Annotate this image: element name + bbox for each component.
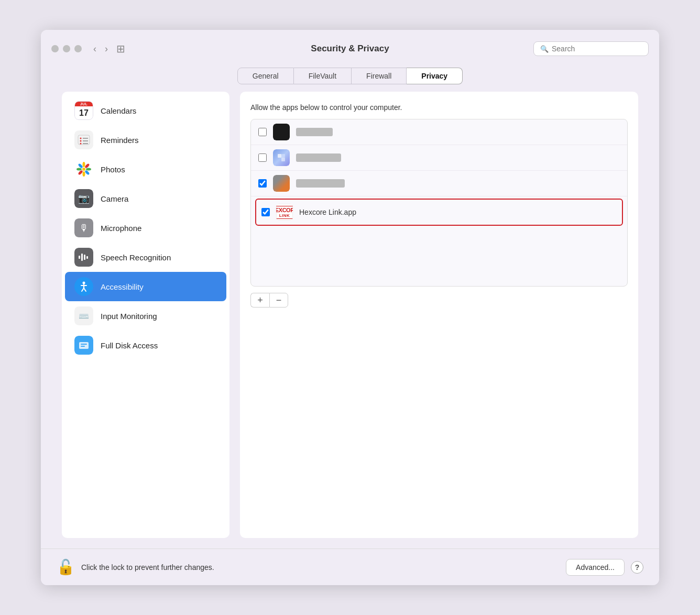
calendar-icon: JUL 17 [74, 101, 93, 120]
app-icon-2 [273, 149, 290, 166]
svg-point-1 [80, 138, 82, 139]
advanced-button[interactable]: Advanced... [566, 559, 625, 576]
app-checkbox-2[interactable] [258, 153, 267, 162]
back-button[interactable]: ‹ [90, 42, 100, 56]
input-monitoring-icon: ⌨️ [74, 306, 93, 325]
apps-list-container: HEXCORELINK Hexcore Link.app [250, 119, 628, 287]
lock-area[interactable]: 🔓 Click the lock to prevent further chan… [57, 558, 214, 576]
sidebar-item-microphone[interactable]: 🎙 Microphone [65, 213, 226, 243]
lock-icon: 🔓 [57, 558, 75, 576]
app-row-hexcore: HEXCORELINK Hexcore Link.app [255, 199, 623, 226]
tab-firewall[interactable]: Firewall [352, 68, 407, 84]
camera-icon: 📷 [74, 189, 93, 208]
svg-rect-28 [278, 154, 281, 158]
svg-point-8 [83, 162, 85, 167]
svg-point-14 [76, 168, 82, 171]
sidebar-item-calendars[interactable]: JUL 17 Calendars [65, 96, 226, 125]
hexcore-app-name: Hexcore Link.app [299, 208, 356, 216]
sidebar-item-full-disk-access[interactable]: Full Disk Access [65, 331, 226, 360]
svg-point-9 [84, 163, 90, 169]
right-panel: Allow the apps below to control your com… [240, 92, 638, 538]
sidebar-item-label: Microphone [101, 224, 141, 233]
svg-rect-18 [84, 255, 85, 260]
remove-app-button[interactable]: − [269, 293, 288, 308]
grid-button[interactable]: ⊞ [116, 42, 125, 55]
sidebar-item-input-monitoring[interactable]: ⌨️ Input Monitoring [65, 301, 226, 331]
app-name-blurred-3 [296, 179, 345, 188]
app-row [251, 119, 627, 145]
svg-rect-27 [81, 346, 85, 347]
app-row [251, 171, 627, 196]
svg-rect-16 [79, 256, 80, 259]
sidebar-item-label: Full Disk Access [101, 341, 158, 350]
svg-point-3 [80, 140, 82, 142]
app-checkbox-hexcore[interactable] [261, 208, 270, 216]
lock-text: Click the lock to prevent further change… [81, 563, 214, 572]
svg-point-5 [80, 143, 82, 145]
svg-rect-26 [81, 344, 87, 345]
sidebar-item-photos[interactable]: Photos [65, 155, 226, 184]
sidebar: JUL 17 Calendars [62, 92, 229, 538]
sidebar-item-label: Accessibility [101, 282, 144, 291]
sidebar-item-label: Camera [101, 194, 128, 203]
svg-point-11 [84, 170, 90, 175]
footer-right: Advanced... ? [566, 559, 643, 576]
reminders-icon [74, 130, 93, 149]
app-checkbox-1[interactable] [258, 128, 267, 136]
app-icon-1 [273, 124, 290, 140]
svg-line-24 [84, 288, 86, 291]
app-checkbox-3[interactable] [258, 179, 267, 188]
add-remove-bar: + − [250, 293, 628, 308]
photos-icon [74, 160, 93, 179]
minimize-button[interactable] [63, 45, 70, 52]
help-button[interactable]: ? [631, 561, 643, 574]
sidebar-item-label: Speech Recognition [101, 253, 171, 262]
app-row [251, 145, 627, 171]
search-bar[interactable]: 🔍 [533, 41, 649, 56]
app-icon-hexcore: HEXCORELINK [276, 204, 293, 221]
svg-point-10 [86, 168, 91, 171]
speech-icon [74, 248, 93, 267]
sidebar-item-label: Reminders [101, 136, 139, 145]
panel-description: Allow the apps below to control your com… [250, 103, 628, 112]
sidebar-item-accessibility[interactable]: Accessibility [65, 272, 226, 301]
close-button[interactable] [51, 45, 59, 52]
tab-filevault[interactable]: FileVault [294, 68, 352, 84]
main-window: ‹ › ⊞ Security & Privacy 🔍 General FileV… [41, 30, 659, 585]
microphone-icon: 🎙 [74, 218, 93, 237]
svg-point-7 [82, 168, 85, 171]
nav-buttons: ‹ › [90, 42, 111, 56]
maximize-button[interactable] [74, 45, 82, 52]
tabs-row: General FileVault Firewall Privacy [41, 68, 659, 92]
sidebar-item-label: Photos [101, 165, 125, 174]
svg-point-20 [83, 282, 85, 284]
titlebar: ‹ › ⊞ Security & Privacy 🔍 [41, 30, 659, 68]
search-input[interactable] [552, 45, 642, 53]
forward-button[interactable]: › [102, 42, 111, 56]
apps-list: HEXCORELINK Hexcore Link.app [251, 119, 627, 286]
svg-point-13 [78, 170, 83, 175]
sidebar-item-label: Calendars [101, 106, 136, 115]
sidebar-item-camera[interactable]: 📷 Camera [65, 184, 226, 213]
app-name-blurred-2 [296, 153, 341, 162]
svg-point-12 [83, 171, 85, 177]
window-controls [51, 45, 82, 52]
main-content: JUL 17 Calendars [41, 92, 659, 548]
accessibility-icon [74, 277, 93, 296]
svg-point-15 [78, 163, 83, 169]
app-name-blurred-1 [296, 128, 333, 136]
svg-rect-25 [79, 342, 89, 349]
sidebar-item-label: Input Monitoring [101, 312, 157, 321]
svg-rect-17 [81, 254, 83, 261]
sidebar-item-reminders[interactable]: Reminders [65, 125, 226, 155]
tab-privacy[interactable]: Privacy [407, 68, 463, 84]
sidebar-item-speech-recognition[interactable]: Speech Recognition [65, 243, 226, 272]
tab-general[interactable]: General [237, 68, 294, 84]
add-app-button[interactable]: + [250, 293, 269, 308]
svg-rect-19 [86, 256, 88, 259]
footer: 🔓 Click the lock to prevent further chan… [41, 548, 659, 585]
app-icon-3 [273, 175, 290, 192]
svg-rect-29 [281, 158, 285, 161]
search-icon: 🔍 [540, 45, 549, 53]
svg-rect-30 [281, 154, 285, 158]
